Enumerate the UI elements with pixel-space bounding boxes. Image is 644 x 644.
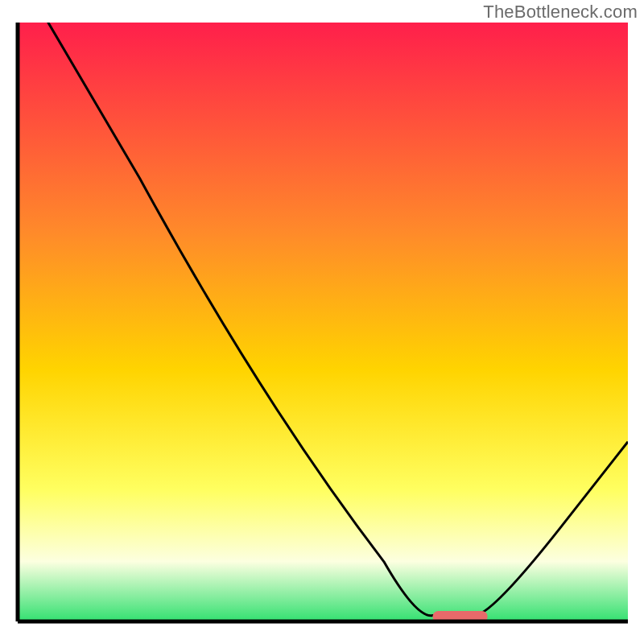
plot-background <box>18 23 628 621</box>
chart-svg <box>0 0 644 644</box>
bottleneck-chart: TheBottleneck.com <box>0 0 644 644</box>
watermark-label: TheBottleneck.com <box>483 2 638 23</box>
